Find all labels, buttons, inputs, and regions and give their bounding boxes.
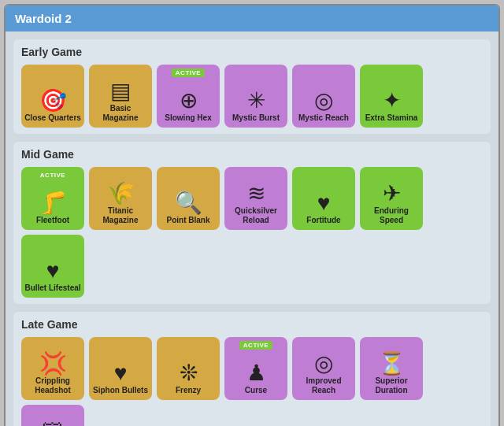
window-title: Wardoid 2 — [15, 12, 72, 25]
section-title-late: Late Game — [21, 318, 483, 331]
bullet-lifesteal-icon: ♥ — [46, 260, 60, 282]
title-bar: Wardoid 2 — [6, 6, 498, 31]
crippling-headshot-icon: 💢 — [39, 353, 67, 375]
superior-duration-icon: ⏳ — [378, 353, 406, 375]
titanic-magazine-icon: 🌾 — [107, 183, 135, 205]
slowing-hex-active-badge: ACTIVE — [172, 69, 205, 77]
point-blank-label: Point Blank — [164, 216, 212, 225]
basic-magazine-label: Basic Magazine — [89, 104, 152, 123]
crippling-headshot-label: Crippling Headshot — [21, 376, 84, 395]
quicksilver-reload-icon: ≋ — [247, 183, 265, 205]
item-titanic-magazine[interactable]: 🌾 Titanic Magazine — [89, 167, 152, 230]
siphon-bullets-icon: ♥ — [114, 362, 128, 384]
mystic-reach-icon: ◎ — [314, 90, 333, 112]
curse-icon: ♟ — [246, 362, 266, 384]
item-fortitude[interactable]: ♥ Fortitude — [292, 167, 355, 230]
main-window: Wardoid 2 Early Game 🎯 Close Quarters ▤ … — [4, 4, 500, 426]
slowing-hex-label: Slowing Hex — [162, 113, 213, 123]
slowing-hex-icon: ⊕ — [180, 90, 198, 112]
curse-label: Curse — [243, 386, 269, 395]
quicksilver-reload-label: Quicksilver Reload — [224, 206, 287, 225]
item-frenzy[interactable]: ❊ Frenzy — [157, 337, 220, 400]
curse-active-badge: ACTIVE — [239, 341, 272, 350]
close-quarters-label: Close Quarters — [22, 113, 83, 123]
item-point-blank[interactable]: 🔍 Point Blank — [157, 167, 220, 230]
fleetfoot-label: Fleetfoot — [34, 216, 72, 225]
section-title-mid: Mid Game — [21, 148, 483, 161]
mystic-burst-icon: ✳ — [247, 90, 265, 112]
titanic-magazine-label: Titanic Magazine — [89, 206, 152, 225]
item-improved-reach[interactable]: ◎ Improved Reach — [292, 337, 355, 400]
diviners-kevlar-icon: 🛡 — [42, 420, 64, 426]
mystic-reach-label: Mystic Reach — [296, 113, 351, 123]
frenzy-label: Frenzy — [173, 386, 203, 395]
item-mystic-reach[interactable]: ◎ Mystic Reach — [292, 65, 355, 128]
improved-reach-icon: ◎ — [314, 353, 333, 375]
item-mystic-burst[interactable]: ✳ Mystic Burst — [224, 65, 287, 128]
item-bullet-lifesteal[interactable]: ♥ Bullet Lifesteal — [21, 235, 84, 298]
fleetfoot-icon: 🦵 — [39, 192, 67, 214]
item-close-quarters[interactable]: 🎯 Close Quarters — [21, 65, 84, 128]
item-superior-duration[interactable]: ⏳ Superior Duration — [360, 337, 423, 400]
superior-duration-label: Superior Duration — [360, 376, 423, 395]
siphon-bullets-label: Siphon Bullets — [91, 386, 150, 395]
fortitude-label: Fortitude — [304, 216, 343, 225]
extra-stamina-icon: ✦ — [383, 90, 401, 112]
enduring-speed-icon: ✈ — [383, 183, 401, 205]
item-siphon-bullets[interactable]: ♥ Siphon Bullets — [89, 337, 152, 400]
section-late-game: Late Game 💢 Crippling Headshot ♥ Siphon … — [13, 312, 491, 426]
basic-magazine-icon: ▤ — [110, 80, 131, 102]
content-area: Early Game 🎯 Close Quarters ▤ Basic Maga… — [6, 31, 498, 426]
bullet-lifesteal-label: Bullet Lifesteal — [22, 283, 83, 293]
item-extra-stamina[interactable]: ✦ Extra Stamina — [360, 65, 423, 128]
fortitude-icon: ♥ — [317, 192, 331, 214]
point-blank-icon: 🔍 — [175, 192, 202, 214]
item-basic-magazine[interactable]: ▤ Basic Magazine — [89, 65, 152, 128]
frenzy-icon: ❊ — [180, 362, 198, 384]
item-slowing-hex[interactable]: ACTIVE ⊕ Slowing Hex — [157, 65, 220, 128]
section-mid-game: Mid Game ACTIVE 🦵 Fleetfoot 🌾 Titanic Ma… — [13, 142, 491, 304]
early-game-items: 🎯 Close Quarters ▤ Basic Magazine ACTIVE… — [21, 65, 483, 128]
item-quicksilver-reload[interactable]: ≋ Quicksilver Reload — [224, 167, 287, 230]
section-title-early: Early Game — [21, 46, 483, 58]
mid-game-items: ACTIVE 🦵 Fleetfoot 🌾 Titanic Magazine 🔍 … — [21, 167, 483, 298]
enduring-speed-label: Enduring Speed — [360, 206, 423, 225]
item-curse[interactable]: ACTIVE ♟ Curse — [224, 337, 287, 400]
fleetfoot-active-badge: ACTIVE — [36, 171, 69, 180]
item-fleetfoot[interactable]: ACTIVE 🦵 Fleetfoot — [21, 167, 84, 230]
extra-stamina-label: Extra Stamina — [363, 113, 421, 123]
close-quarters-icon: 🎯 — [39, 90, 67, 112]
improved-reach-label: Improved Reach — [292, 376, 355, 395]
mystic-burst-label: Mystic Burst — [230, 113, 282, 123]
section-early-game: Early Game 🎯 Close Quarters ▤ Basic Maga… — [13, 39, 491, 134]
item-diviners-kevlar[interactable]: 🛡 Diviner's Kevlar — [21, 405, 84, 426]
late-game-items-row1: 💢 Crippling Headshot ♥ Siphon Bullets ❊ … — [21, 337, 483, 426]
item-enduring-speed[interactable]: ✈ Enduring Speed — [360, 167, 423, 230]
item-crippling-headshot[interactable]: 💢 Crippling Headshot — [21, 337, 84, 400]
